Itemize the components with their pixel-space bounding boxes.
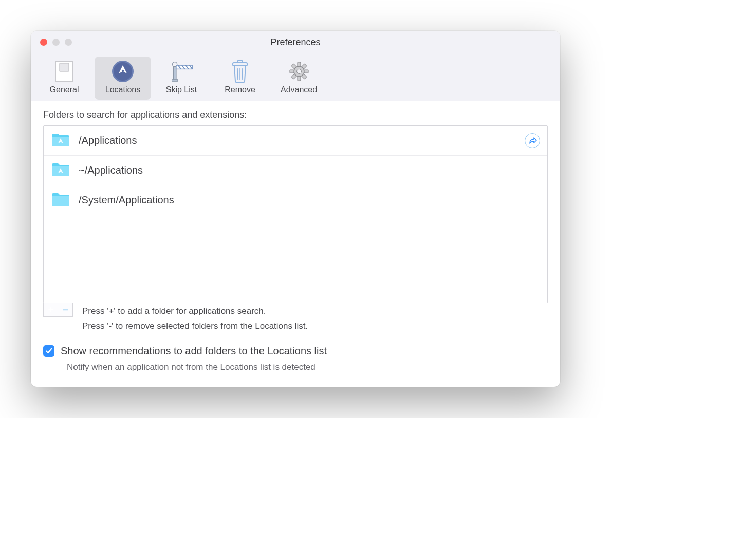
add-remove-controls: + − [43, 303, 73, 317]
remove-folder-button[interactable]: − [58, 303, 72, 316]
window-title: Preferences [31, 37, 560, 48]
tab-general[interactable]: General [36, 57, 92, 100]
hints: Press '+' to add a folder for applicatio… [73, 303, 308, 334]
svg-rect-1 [60, 63, 69, 71]
tab-general-label: General [50, 85, 79, 95]
svg-rect-6 [172, 80, 178, 82]
locations-icon [111, 60, 135, 83]
svg-line-15 [237, 68, 238, 80]
folders-label: Folders to search for applications and e… [43, 109, 548, 120]
folder-icon [51, 192, 70, 209]
plus-icon: + [48, 305, 54, 314]
svg-line-17 [242, 68, 243, 80]
tab-locations-label: Locations [105, 85, 141, 95]
svg-rect-20 [298, 62, 301, 66]
preferences-window: Preferences General Locations [31, 31, 560, 387]
tab-skiplist-label: Skip List [166, 85, 197, 95]
tab-remove[interactable]: Remove [212, 57, 268, 100]
svg-rect-14 [237, 61, 243, 63]
window-controls [31, 39, 72, 46]
zoom-window-button[interactable] [65, 39, 72, 46]
apps-folder-icon [51, 162, 70, 179]
show-recommendations-sublabel: Notify when an application not from the … [67, 362, 548, 372]
hint-remove: Press '-' to remove selected folders fro… [82, 319, 308, 334]
reveal-in-finder-button[interactable] [525, 133, 540, 148]
switch-icon [52, 60, 76, 83]
gear-icon [287, 60, 311, 83]
folder-row[interactable]: /Applications [44, 126, 547, 156]
svg-rect-21 [298, 77, 301, 81]
add-folder-button[interactable]: + [44, 303, 58, 316]
show-recommendations-label: Show recommendations to add folders to t… [61, 345, 327, 357]
folder-path: /System/Applications [79, 194, 540, 206]
barrier-icon [170, 60, 193, 83]
tab-remove-label: Remove [225, 85, 255, 95]
content-area: Folders to search for applications and e… [31, 101, 560, 387]
svg-rect-22 [290, 70, 294, 73]
folder-row[interactable]: /System/Applications [44, 185, 547, 215]
folder-list[interactable]: /Applications ~/Applications [43, 125, 548, 303]
svg-rect-23 [304, 70, 308, 73]
titlebar: Preferences [31, 31, 560, 53]
trash-icon [228, 60, 252, 83]
svg-rect-5 [173, 66, 176, 81]
show-recommendations-row: Show recommendations to add folders to t… [43, 345, 548, 357]
folder-path: /Applications [79, 135, 525, 146]
minus-icon: − [62, 305, 68, 315]
tab-skiplist[interactable]: Skip List [153, 57, 210, 100]
folder-path: ~/Applications [79, 164, 540, 176]
show-recommendations-checkbox[interactable] [43, 345, 54, 357]
tab-advanced-label: Advanced [281, 85, 317, 95]
minimize-window-button[interactable] [52, 39, 60, 46]
preferences-toolbar: General Locations [31, 53, 560, 101]
tab-locations[interactable]: Locations [95, 57, 151, 100]
hint-add: Press '+' to add a folder for applicatio… [82, 304, 308, 319]
svg-point-4 [122, 70, 124, 72]
apps-folder-icon [51, 132, 70, 150]
folder-row[interactable]: ~/Applications [44, 156, 547, 185]
svg-point-19 [296, 69, 301, 74]
close-window-button[interactable] [40, 39, 47, 46]
tab-advanced[interactable]: Advanced [270, 57, 327, 100]
